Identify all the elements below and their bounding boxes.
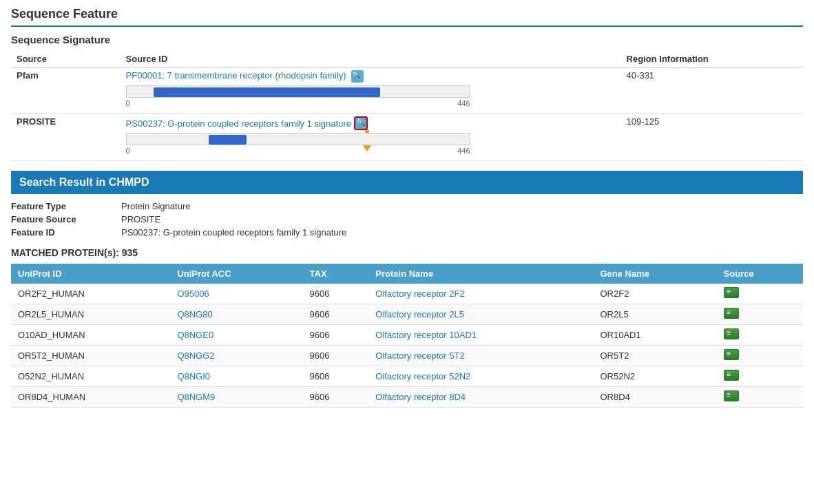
uniprot-acc-link[interactable]: Q8NGG2 xyxy=(177,350,214,361)
cell-uniprot-acc[interactable]: Q8NGM9 xyxy=(170,387,302,408)
pfam-bar-labels: 0 446 xyxy=(126,99,470,107)
cell-uniprot-id: O10AD_HUMAN xyxy=(11,325,170,346)
page-title: Sequence Feature xyxy=(11,7,803,21)
cell-tax: 9606 xyxy=(303,346,369,366)
sequence-signature-table: Source Source ID Region Information Pfam… xyxy=(11,51,803,161)
feature-source-row: Feature Source PROSITE xyxy=(11,214,803,224)
col-source: Source xyxy=(11,51,121,67)
source-icon[interactable] xyxy=(724,287,739,298)
cell-gene-name: OR2L5 xyxy=(593,304,716,325)
cell-gene-name: OR8D4 xyxy=(593,387,716,408)
uniprot-acc-link[interactable]: Q8NGI0 xyxy=(177,371,210,381)
prosite-search-icon-highlighted[interactable] xyxy=(354,116,368,130)
cell-uniprot-id: OR2L5_HUMAN xyxy=(11,304,170,325)
feature-type-value: Protein Signature xyxy=(121,201,803,211)
cell-source xyxy=(717,304,803,325)
blue-divider xyxy=(11,25,803,27)
source-icon[interactable] xyxy=(724,390,739,401)
col-region-info: Region Information xyxy=(621,51,803,67)
table-row: OR2F2_HUMAN O95006 9606 Olfactory recept… xyxy=(11,284,803,304)
cell-uniprot-id: O52N2_HUMAN xyxy=(11,366,170,387)
cell-tax: 9606 xyxy=(303,304,369,325)
cell-protein-name[interactable]: Olfactory receptor 8D4 xyxy=(368,387,593,408)
cell-protein-name[interactable]: Olfactory receptor 5T2 xyxy=(368,346,593,366)
protein-name-link[interactable]: Olfactory receptor 52N2 xyxy=(375,371,470,381)
col-tax: TAX xyxy=(303,264,369,284)
table-row: OR2L5_HUMAN Q8NG80 9606 Olfactory recept… xyxy=(11,304,803,325)
cell-uniprot-acc[interactable]: Q8NGG2 xyxy=(170,346,302,366)
protein-name-link[interactable]: Olfactory receptor 5T2 xyxy=(375,350,464,361)
search-result-info: Feature Type Protein Signature Feature S… xyxy=(11,201,803,238)
cell-uniprot-id: OR8D4_HUMAN xyxy=(11,387,170,408)
protein-name-link[interactable]: Olfactory receptor 8D4 xyxy=(375,392,466,402)
prosite-bar-fill xyxy=(209,135,247,145)
pfam-id-line: PF00001: 7 transmembrane receptor (rhodo… xyxy=(126,70,616,83)
prosite-bar-track xyxy=(126,133,470,145)
pfam-bar-end: 446 xyxy=(457,99,470,107)
pfam-bar-track xyxy=(126,85,470,98)
prosite-bar-labels: 0 446 xyxy=(126,147,470,155)
cell-uniprot-acc[interactable]: Q8NGE0 xyxy=(170,325,302,346)
pfam-region: 40-331 xyxy=(621,67,803,114)
cell-gene-name: OR10AD1 xyxy=(593,325,716,346)
prosite-id-link[interactable]: PS00237: G-protein coupled receptors fam… xyxy=(126,118,351,129)
source-icon[interactable] xyxy=(724,349,739,360)
pfam-source-id-cell: PF00001: 7 transmembrane receptor (rhodo… xyxy=(121,67,621,114)
col-source: Source xyxy=(717,264,803,284)
prosite-row: PROSITE PS00237: G-protein coupled recep… xyxy=(11,114,803,161)
cell-uniprot-acc[interactable]: O95006 xyxy=(170,284,302,304)
search-result-header: Search Result in CHMPD xyxy=(11,171,803,194)
prosite-id-line: PS00237: G-protein coupled receptors fam… xyxy=(126,116,616,130)
uniprot-acc-link[interactable]: Q8NG80 xyxy=(177,309,212,319)
cell-uniprot-acc[interactable]: Q8NG80 xyxy=(170,304,302,325)
cell-gene-name: OR2F2 xyxy=(593,284,716,304)
protein-name-link[interactable]: Olfactory receptor 2F2 xyxy=(375,288,464,299)
source-icon[interactable] xyxy=(724,328,739,339)
table-row: O52N2_HUMAN Q8NGI0 9606 Olfactory recept… xyxy=(11,366,803,387)
matched-proteins-title: MATCHED PROTEIN(s): 935 xyxy=(11,247,803,258)
protein-name-link[interactable]: Olfactory receptor 10AD1 xyxy=(375,330,477,340)
protein-name-link[interactable]: Olfactory receptor 2L5 xyxy=(375,309,464,319)
feature-source-value: PROSITE xyxy=(121,214,803,224)
cell-source xyxy=(717,284,803,304)
cell-uniprot-acc[interactable]: Q8NGI0 xyxy=(170,366,302,387)
pfam-id-link[interactable]: PF00001: 7 transmembrane receptor (rhodo… xyxy=(126,70,346,81)
cell-protein-name[interactable]: Olfactory receptor 2L5 xyxy=(368,304,593,325)
feature-id-label: Feature ID xyxy=(11,227,121,238)
cell-uniprot-id: OR5T2_HUMAN xyxy=(11,346,170,366)
prosite-source-label: PROSITE xyxy=(11,114,121,161)
feature-type-row: Feature Type Protein Signature xyxy=(11,201,803,211)
cell-source xyxy=(717,366,803,387)
proteins-table-header-row: UniProt ID UniProt ACC TAX Protein Name … xyxy=(11,264,803,284)
prosite-bar-end: 446 xyxy=(457,147,470,155)
pfam-bar-start: 0 xyxy=(126,99,130,107)
col-protein-name: Protein Name xyxy=(368,264,593,284)
cell-gene-name: OR5T2 xyxy=(593,346,716,366)
pfam-row: Pfam PF00001: 7 transmembrane receptor (… xyxy=(11,67,803,114)
cell-source xyxy=(717,325,803,346)
proteins-table: UniProt ID UniProt ACC TAX Protein Name … xyxy=(11,264,803,408)
cell-protein-name[interactable]: Olfactory receptor 2F2 xyxy=(368,284,593,304)
prosite-bar-container: 0 446 xyxy=(126,133,616,155)
uniprot-acc-link[interactable]: O95006 xyxy=(177,288,209,299)
col-uniprot-id: UniProt ID xyxy=(11,264,170,284)
sequence-signature-title: Sequence Signature xyxy=(11,34,803,45)
feature-id-value: PS00237: G-protein coupled receptors fam… xyxy=(121,227,803,238)
cell-gene-name: OR52N2 xyxy=(593,366,716,387)
cell-source xyxy=(717,346,803,366)
cell-protein-name[interactable]: Olfactory receptor 10AD1 xyxy=(368,325,593,346)
pfam-search-icon[interactable] xyxy=(351,70,364,83)
pfam-bar-fill xyxy=(154,87,380,97)
prosite-source-id-cell: PS00237: G-protein coupled receptors fam… xyxy=(121,114,621,161)
uniprot-acc-link[interactable]: Q8NGM9 xyxy=(177,392,215,402)
feature-type-label: Feature Type xyxy=(11,201,121,211)
uniprot-acc-link[interactable]: Q8NGE0 xyxy=(177,330,213,340)
table-row: O10AD_HUMAN Q8NGE0 9606 Olfactory recept… xyxy=(11,325,803,346)
cell-source xyxy=(717,387,803,408)
table-row: OR8D4_HUMAN Q8NGM9 9606 Olfactory recept… xyxy=(11,387,803,408)
prosite-region: 109-125 xyxy=(621,114,803,161)
source-icon[interactable] xyxy=(724,308,739,319)
cell-protein-name[interactable]: Olfactory receptor 52N2 xyxy=(368,366,593,387)
cell-tax: 9606 xyxy=(303,284,369,304)
source-icon[interactable] xyxy=(724,370,739,381)
